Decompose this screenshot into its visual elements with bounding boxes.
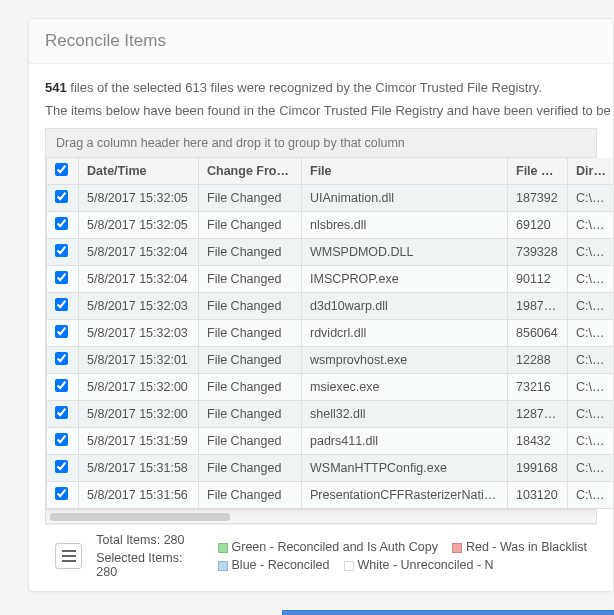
row-checkbox[interactable] (55, 298, 68, 311)
col-directory[interactable]: Directo (568, 158, 615, 185)
horizontal-scrollbar[interactable] (46, 509, 596, 523)
row-checkbox[interactable] (55, 271, 68, 284)
cell-size: 856064 (508, 320, 568, 347)
recognized-count: 541 (45, 80, 67, 95)
cell-change: File Changed (199, 320, 302, 347)
cell-directory: C:\Wind (568, 185, 615, 212)
row-checkbox[interactable] (55, 352, 68, 365)
row-checkbox[interactable] (55, 244, 68, 257)
table-row[interactable]: 5/8/2017 15:31:58File ChangedWSManHTTPCo… (47, 455, 615, 482)
col-change[interactable]: Change From Previo... (199, 158, 302, 185)
select-all-header[interactable] (47, 158, 79, 185)
cell-datetime: 5/8/2017 15:32:04 (79, 239, 199, 266)
cell-change: File Changed (199, 455, 302, 482)
white-swatch-icon (344, 561, 354, 571)
cell-directory: C:\Wind (568, 482, 615, 509)
cell-size: 199168 (508, 455, 568, 482)
cell-change: File Changed (199, 293, 302, 320)
selected-of-count: 613 (185, 80, 207, 95)
legend-red: Red - Was in Blacklist (452, 540, 587, 554)
cell-datetime: 5/8/2017 15:32:03 (79, 320, 199, 347)
cell-change: File Changed (199, 482, 302, 509)
cell-directory: C:\Wind (568, 320, 615, 347)
panel-body: 541 files of the selected 613 files were… (29, 64, 613, 591)
cell-datetime: 5/8/2017 15:32:03 (79, 293, 199, 320)
cell-file: d3d10warp.dll (302, 293, 508, 320)
intro-line-1b: files were recognized by the Cimcor Trus… (207, 80, 542, 95)
cell-change: File Changed (199, 347, 302, 374)
select-all-checkbox[interactable] (55, 163, 68, 176)
row-checkbox[interactable] (55, 217, 68, 230)
table-row[interactable]: 5/8/2017 15:32:00File Changedshell32.dll… (47, 401, 615, 428)
cell-change: File Changed (199, 428, 302, 455)
cell-change: File Changed (199, 401, 302, 428)
cell-size: 739328 (508, 239, 568, 266)
cell-file: PresentationCFFRasterizerNative_v0300.dl… (302, 482, 508, 509)
intro-line-2: The items below have been found in the C… (45, 103, 597, 118)
row-checkbox[interactable] (55, 460, 68, 473)
legend-white: White - Unreconciled - N (344, 558, 494, 572)
action-bar: Promote the selected items to the Author… (0, 592, 614, 615)
grouping-drop-area[interactable]: Drag a column header here and drop it to… (45, 128, 597, 158)
table-row[interactable]: 5/8/2017 15:32:04File ChangedIMSCPROP.ex… (47, 266, 615, 293)
table-row[interactable]: 5/8/2017 15:31:56File ChangedPresentatio… (47, 482, 615, 509)
cell-change: File Changed (199, 185, 302, 212)
reconcile-panel: Reconcile Items 541 files of the selecte… (28, 18, 614, 592)
row-checkbox[interactable] (55, 190, 68, 203)
legend-blue: Blue - Reconciled (218, 558, 330, 572)
cell-directory: C:\Wind (568, 374, 615, 401)
cell-directory: C:\Wind (568, 401, 615, 428)
cell-size: 103120 (508, 482, 568, 509)
table-row[interactable]: 5/8/2017 15:32:03File Changedrdvidcrl.dl… (47, 320, 615, 347)
cell-file: nlsbres.dll (302, 212, 508, 239)
cell-file: WMSPDMOD.DLL (302, 239, 508, 266)
cell-directory: C:\Wind (568, 212, 615, 239)
table-row[interactable]: 5/8/2017 15:32:04File ChangedWMSPDMOD.DL… (47, 239, 615, 266)
row-checkbox[interactable] (55, 433, 68, 446)
cell-file: padrs411.dll (302, 428, 508, 455)
cell-directory: C:\Wind (568, 347, 615, 374)
cell-datetime: 5/8/2017 15:31:56 (79, 482, 199, 509)
row-checkbox[interactable] (55, 487, 68, 500)
total-items-label: Total Items: 280 (96, 533, 203, 547)
grid-footer: Total Items: 280 Selected Items: 280 Gre… (45, 524, 597, 581)
row-checkbox[interactable] (55, 325, 68, 338)
cell-datetime: 5/8/2017 15:31:58 (79, 455, 199, 482)
row-checkbox[interactable] (55, 379, 68, 392)
cell-size: 187392 (508, 185, 568, 212)
cell-datetime: 5/8/2017 15:32:04 (79, 266, 199, 293)
cell-datetime: 5/8/2017 15:32:01 (79, 347, 199, 374)
table-row[interactable]: 5/8/2017 15:32:00File Changedmsiexec.exe… (47, 374, 615, 401)
red-swatch-icon (452, 543, 462, 553)
cell-file: UIAnimation.dll (302, 185, 508, 212)
legend-green: Green - Reconciled and Is Auth Copy (218, 540, 438, 554)
blue-swatch-icon (218, 561, 228, 571)
cell-directory: C:\Wind (568, 428, 615, 455)
table-row[interactable]: 5/8/2017 15:32:03File Changedd3d10warp.d… (47, 293, 615, 320)
grid-menu-button[interactable] (55, 543, 82, 569)
cell-size: 69120 (508, 212, 568, 239)
cell-change: File Changed (199, 212, 302, 239)
promote-button[interactable]: Promote the selected items to the Author… (282, 610, 614, 615)
table-row[interactable]: 5/8/2017 15:32:01File Changedwsmprovhost… (47, 347, 615, 374)
cell-size: 90112 (508, 266, 568, 293)
cell-directory: C:\Wind (568, 455, 615, 482)
cell-datetime: 5/8/2017 15:31:59 (79, 428, 199, 455)
selected-items-label: Selected Items: 280 (96, 551, 203, 579)
col-datetime[interactable]: Date/Time (79, 158, 199, 185)
table-row[interactable]: 5/8/2017 15:31:59File Changedpadrs411.dl… (47, 428, 615, 455)
file-grid: Date/Time Change From Previo... File Fil… (45, 158, 597, 524)
cell-change: File Changed (199, 266, 302, 293)
cell-directory: C:\Wind (568, 293, 615, 320)
table-row[interactable]: 5/8/2017 15:32:05File ChangedUIAnimation… (47, 185, 615, 212)
cell-change: File Changed (199, 239, 302, 266)
row-checkbox[interactable] (55, 406, 68, 419)
table-row[interactable]: 5/8/2017 15:32:05File Changednlsbres.dll… (47, 212, 615, 239)
cell-size: 12288 (508, 347, 568, 374)
cell-file: shell32.dll (302, 401, 508, 428)
cell-datetime: 5/8/2017 15:32:05 (79, 212, 199, 239)
col-file[interactable]: File (302, 158, 508, 185)
cell-size: 12875776 (508, 401, 568, 428)
panel-title: Reconcile Items (29, 19, 613, 64)
col-size[interactable]: File Size (508, 158, 568, 185)
